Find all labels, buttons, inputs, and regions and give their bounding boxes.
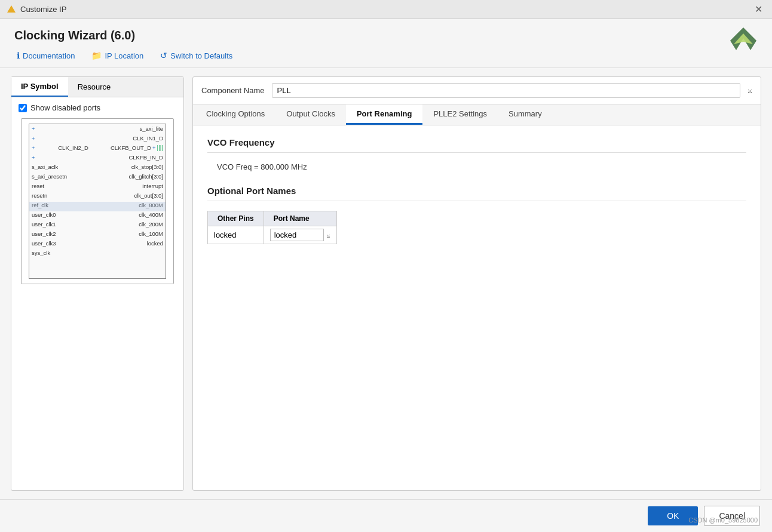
ip-location-label: IP Location	[105, 51, 143, 60]
documentation-button[interactable]: ℹ Documentation	[14, 50, 77, 61]
header-area: Clocking Wizard (6.0) ℹ Documentation 📁 …	[0, 19, 772, 68]
vco-section-title: VCO Frequency	[207, 137, 746, 147]
left-panel: IP Symbol Resource Show disabled ports +	[11, 76, 184, 491]
component-name-row: Component Name ⨲	[193, 77, 761, 104]
tab-plle2-settings[interactable]: PLLE2 Settings	[422, 104, 498, 125]
watermark-text: CSDN @m0_59825000	[688, 516, 758, 524]
left-panel-tabs: IP Symbol Resource	[11, 77, 183, 97]
optional-section-title: Optional Port Names	[207, 186, 746, 196]
component-name-label: Component Name	[201, 86, 265, 95]
show-disabled-ports-text: Show disabled ports	[30, 103, 100, 112]
svg-marker-0	[7, 5, 16, 13]
ip-diagram-inner: + s_axi_lite + CLK_IN1_D + CLK_IN2_D CLK…	[29, 124, 166, 279]
ip-pin-row: resetn clk_out[3:0]	[29, 191, 166, 201]
col-port-name-header: Port Name	[264, 211, 336, 226]
ip-pin-row: s_axi_aclk clk_stop[3:0]	[29, 162, 166, 172]
other-pin-cell: locked	[208, 226, 264, 244]
highlight-bar	[29, 202, 166, 211]
ip-pin-row: reset interrupt	[29, 182, 166, 191]
port-table: Other Pins Port Name locked ⨲	[207, 211, 337, 244]
close-button[interactable]: ✕	[751, 2, 766, 16]
ip-pin-row: sys_clk	[29, 248, 166, 258]
switch-defaults-label: Switch to Defaults	[170, 51, 232, 60]
xilinx-logo-icon	[728, 25, 759, 56]
toolbar: ℹ Documentation 📁 IP Location ↺ Switch t…	[14, 50, 758, 61]
ip-pin-row: user_clk1 clk_200M	[29, 220, 166, 229]
port-name-clear-button[interactable]: ⨲	[326, 230, 330, 240]
ip-pin-row: user_clk0 clk_400M	[29, 210, 166, 220]
content-area: IP Symbol Resource Show disabled ports +	[0, 68, 772, 499]
port-table-header-row: Other Pins Port Name	[208, 211, 337, 226]
ip-pin-row: + CLK_IN1_D	[29, 134, 166, 143]
tab-content-port-renaming: VCO Frequency VCO Freq = 800.000 MHz Opt…	[193, 125, 761, 490]
component-name-clear-button[interactable]: ⨲	[748, 85, 752, 96]
component-name-input[interactable]	[272, 83, 741, 98]
show-disabled-ports-checkbox[interactable]	[19, 104, 27, 112]
col-other-pins-header: Other Pins	[208, 211, 264, 226]
switch-defaults-button[interactable]: ↺ Switch to Defaults	[158, 50, 235, 61]
ip-pin-row: + CLKFB_IN_D	[29, 153, 166, 162]
tab-summary[interactable]: Summary	[498, 104, 553, 125]
ip-pin-row: + s_axi_lite	[29, 124, 166, 134]
tabs-bar: Clocking Options Output Clocks Port Rena…	[193, 104, 761, 125]
documentation-label: Documentation	[23, 51, 75, 60]
refresh-icon: ↺	[160, 51, 167, 60]
tab-output-clocks[interactable]: Output Clocks	[275, 104, 346, 125]
left-tab-content: Show disabled ports + s_axi_lite + CLK_	[11, 97, 183, 490]
xilinx-small-icon	[6, 4, 17, 15]
ip-pin-row: user_clk3 locked	[29, 239, 166, 248]
port-name-cell: ⨲	[264, 226, 336, 244]
window-title: Clocking Wizard (6.0)	[14, 29, 758, 42]
ip-pin-row: s_axi_aresetn clk_glitch[3:0]	[29, 172, 166, 182]
tab-port-renaming[interactable]: Port Renaming	[346, 104, 422, 125]
xilinx-logo-area	[728, 25, 759, 58]
info-icon: ℹ	[17, 51, 20, 60]
port-name-input[interactable]	[270, 229, 324, 241]
vco-value: VCO Freq = 800.000 MHz	[217, 162, 746, 171]
tab-resource[interactable]: Resource	[68, 77, 121, 97]
title-bar: Customize IP ✕	[0, 0, 772, 19]
port-name-cell-inner: ⨲	[270, 229, 330, 241]
folder-icon: 📁	[91, 51, 102, 60]
ip-pin-row: + CLK_IN2_D CLKFB_OUT_D + ||||	[29, 143, 166, 153]
tab-clocking-options[interactable]: Clocking Options	[195, 104, 275, 125]
optional-divider	[207, 201, 746, 201]
right-panel: Component Name ⨲ Clocking Options Output…	[192, 76, 761, 491]
vco-divider	[207, 152, 746, 153]
main-window: Clocking Wizard (6.0) ℹ Documentation 📁 …	[0, 19, 772, 532]
title-bar-text: Customize IP	[20, 5, 751, 14]
ip-pin-row: user_clk2 clk_100M	[29, 229, 166, 239]
show-disabled-ports-label[interactable]: Show disabled ports	[19, 103, 176, 112]
ip-location-button[interactable]: 📁 IP Location	[89, 50, 146, 61]
footer: OK Cancel CSDN @m0_59825000	[0, 499, 772, 532]
table-row: locked ⨲	[208, 226, 337, 244]
tab-ip-symbol[interactable]: IP Symbol	[11, 77, 68, 97]
ip-diagram: + s_axi_lite + CLK_IN1_D + CLK_IN2_D CLK…	[21, 118, 174, 284]
